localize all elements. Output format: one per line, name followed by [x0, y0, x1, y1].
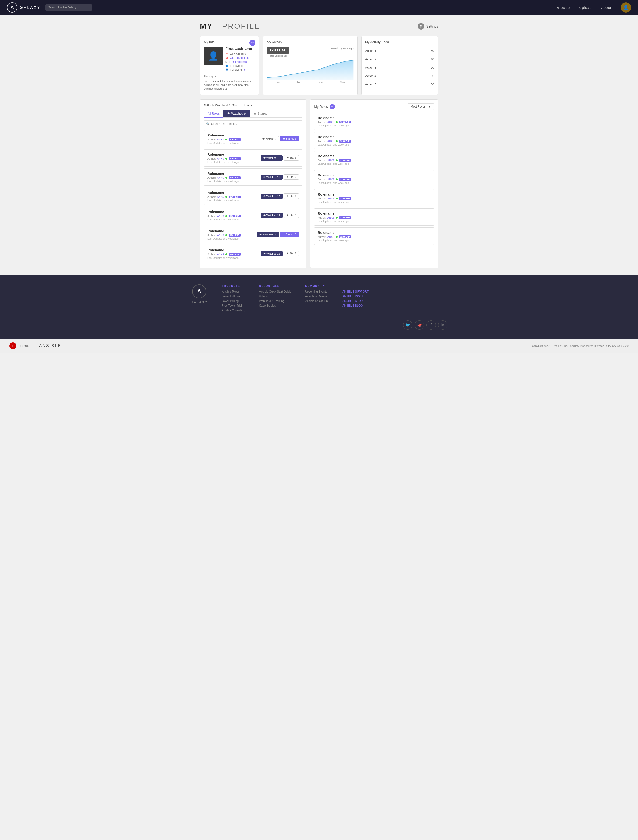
- following-icon: 👤: [225, 68, 229, 71]
- my-role-name: Rolename: [318, 154, 431, 158]
- redhat-logo: r redhat. | ANSIBLE: [9, 342, 62, 349]
- star-button[interactable]: ★ Star 6: [284, 174, 299, 180]
- bio-label: Biography: [204, 75, 255, 78]
- footer-link-events[interactable]: Upcoming Events: [305, 290, 328, 293]
- footer-link-free-tower[interactable]: Free Tower Trial: [222, 304, 245, 307]
- my-role-author-link[interactable]: ANXS: [328, 121, 334, 123]
- linkedin-button[interactable]: in: [438, 321, 448, 330]
- github-role-card: Rolename Author: ANXS 1200 EXP Last Upda…: [204, 149, 302, 167]
- role-update: Last Update: one week ago: [207, 218, 261, 221]
- footer-link-videos[interactable]: Videos: [259, 295, 291, 298]
- my-role-meta: Author: ANXS 1200 EXP: [318, 159, 431, 162]
- feed-action-label: Action 3: [365, 66, 376, 69]
- author-link[interactable]: ANXS: [217, 253, 224, 256]
- nav-about[interactable]: About: [601, 6, 611, 9]
- my-role-update: Last Update: one week ago: [318, 143, 431, 146]
- avatar[interactable]: 👤: [621, 2, 631, 13]
- tab-starred[interactable]: ★ Starred: [250, 110, 271, 117]
- my-role-author-link[interactable]: ANXS: [328, 159, 334, 162]
- role-info: Rolename Author: ANXS 1200 EXP Last Upda…: [207, 152, 261, 164]
- author-link[interactable]: ANXS: [217, 196, 224, 198]
- facebook-button[interactable]: f: [426, 321, 436, 330]
- exp-badge: 1200 EXP: [229, 177, 241, 179]
- sort-dropdown[interactable]: Most Recent ▼: [408, 103, 434, 110]
- star-button[interactable]: ★ Star 6: [284, 193, 299, 199]
- author-link[interactable]: ANXS: [217, 157, 224, 160]
- watch-button[interactable]: 👁 Watched 12: [261, 251, 283, 256]
- my-role-author-link[interactable]: ANXS: [328, 178, 334, 181]
- author-link[interactable]: ANXS: [217, 177, 224, 179]
- bottom-row: GitHub Watched & Starred Roles All Roles…: [200, 99, 438, 268]
- watch-button[interactable]: 👁 Watched 12: [257, 232, 279, 237]
- activity-chart: [267, 59, 353, 80]
- search-input[interactable]: [45, 5, 92, 11]
- activity-header: 1200 EXP Total Experience Joined 5 years…: [267, 47, 353, 57]
- online-indicator: [336, 140, 338, 142]
- star-button[interactable]: ★ Starred 6: [280, 136, 299, 141]
- bio-text: Lorem ipsum dolor sit amet, consectetuer…: [204, 79, 255, 91]
- github-button[interactable]: 🐙: [415, 321, 424, 330]
- role-actions: 👁 Watched 12 ★ Star 6: [261, 193, 299, 199]
- followers-icon: 👥: [225, 65, 229, 68]
- twitter-button[interactable]: 🐦: [403, 321, 412, 330]
- edit-info-button[interactable]: ✏: [249, 39, 255, 46]
- star-button[interactable]: ★ Star 6: [284, 251, 299, 256]
- footer-link-consulting[interactable]: Ansible Consulting: [222, 309, 245, 312]
- github-role-card: Rolename Author: ANXS 1200 EXP Last Upda…: [204, 245, 302, 262]
- feed-item: Action 3 50: [365, 63, 434, 72]
- star-button[interactable]: ★ Starred 6: [280, 232, 299, 237]
- watch-button[interactable]: 👁 Watched 12: [261, 175, 283, 180]
- author-link[interactable]: ANXS: [217, 138, 224, 141]
- github-link[interactable]: GitHub Account: [230, 56, 249, 60]
- my-roles-list: Rolename Author: ANXS 1200 EXP Last Upda…: [314, 113, 434, 245]
- footer-link-support[interactable]: ANSIBLE SUPPORT: [342, 290, 369, 293]
- exp-badge: 1200 EXP: [267, 47, 289, 54]
- roles-search-input[interactable]: [204, 120, 302, 127]
- role-info: Rolename Author: ANXS 1200 EXP Last Upda…: [207, 248, 261, 259]
- footer-link-tower-pricing[interactable]: Tower Pricing: [222, 299, 245, 303]
- following-count[interactable]: 5: [244, 68, 246, 71]
- my-role-update: Last Update: one week ago: [318, 163, 431, 165]
- my-role-author-link[interactable]: ANXS: [328, 235, 334, 238]
- feed-action-count: 50: [431, 49, 434, 52]
- star-button[interactable]: ★ Star 6: [284, 213, 299, 218]
- settings-button[interactable]: ⚙ Settings: [418, 23, 438, 30]
- footer-link-github-community[interactable]: Ansible on GitHub: [305, 299, 328, 303]
- footer-link-docs[interactable]: ANSIBLE DOCS: [342, 295, 369, 298]
- footer-link-tower-editions[interactable]: Tower Editions: [222, 295, 245, 298]
- footer-link-quickstart[interactable]: Ansible Quick Start Guide: [259, 290, 291, 293]
- tab-all-roles[interactable]: All Roles: [204, 110, 223, 118]
- author-link[interactable]: ANXS: [217, 215, 224, 218]
- github-role-card: Rolename Author: ANXS 1200 EXP Last Upda…: [204, 207, 302, 224]
- footer-columns: PRODUCTS Ansible Tower Tower Editions To…: [222, 284, 448, 313]
- tab-watched-label: Watched: [231, 112, 243, 115]
- nav-browse[interactable]: Browse: [557, 6, 570, 9]
- redhat-text: redhat.: [19, 344, 29, 347]
- footer-link-meetup[interactable]: Ansible on Meetup: [305, 295, 328, 298]
- github-role-card: Rolename Author: ANXS 1200 EXP Last Upda…: [204, 169, 302, 186]
- footer-link-blog[interactable]: ANSIBLE BLOG: [342, 304, 369, 307]
- nav-upload[interactable]: Upload: [579, 6, 592, 9]
- role-update: Last Update: one week ago: [207, 161, 261, 164]
- footer-link-store[interactable]: ANSIBLE STORE: [342, 299, 369, 303]
- my-role-card: Rolename Author: ANXS 1200 EXP Last Upda…: [314, 132, 434, 149]
- my-role-author-link[interactable]: ANXS: [328, 140, 334, 142]
- footer-link-tower[interactable]: Ansible Tower: [222, 290, 245, 293]
- watch-button[interactable]: 👁 Watch 12: [260, 136, 279, 141]
- watch-button[interactable]: 👁 Watched 12: [261, 194, 283, 199]
- email-link[interactable]: Email Address: [229, 60, 247, 63]
- edit-roles-button[interactable]: ✏: [330, 104, 335, 109]
- footer-link-webinars[interactable]: Webinars & Training: [259, 299, 291, 303]
- star-button[interactable]: ★ Star 6: [284, 155, 299, 161]
- tab-watched[interactable]: 👁 Watched ▷: [223, 110, 250, 117]
- my-role-author-link[interactable]: ANXS: [328, 197, 334, 200]
- feed-item: Action 1 50: [365, 47, 434, 55]
- followers-count[interactable]: 12: [244, 64, 247, 68]
- page-title-bar: MY PROFILE ⚙ Settings: [200, 22, 438, 30]
- watch-button[interactable]: 👁 Watched 12: [261, 155, 283, 161]
- footer-link-case-studies[interactable]: Case Studies: [259, 304, 291, 307]
- watch-button[interactable]: 👁 Watched 12: [261, 213, 283, 218]
- my-role-author-link[interactable]: ANXS: [328, 216, 334, 219]
- author-link[interactable]: ANXS: [217, 234, 224, 237]
- my-activity-title: My Activity: [267, 40, 353, 44]
